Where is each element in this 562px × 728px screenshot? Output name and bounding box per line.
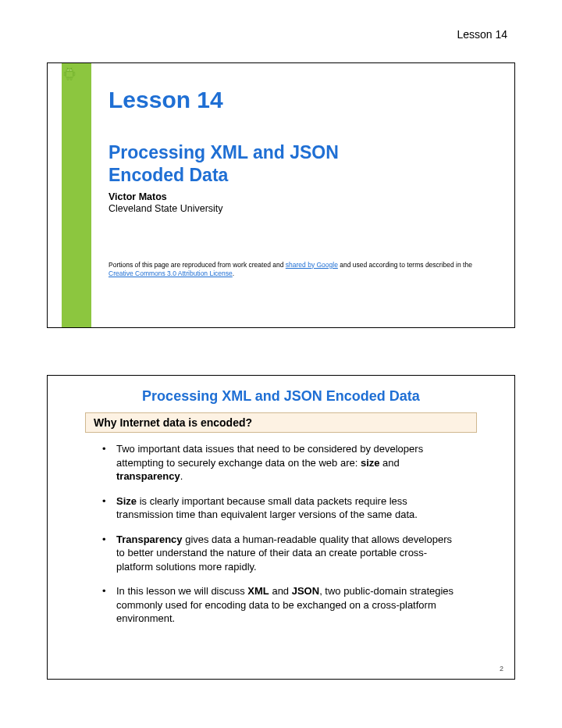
bullet-list: Two important data issues that need to b…	[102, 442, 463, 626]
bullet-text: is clearly important because small data …	[116, 495, 418, 521]
slide-1-content: Lesson 14 Processing XML and JSON Encode…	[108, 87, 491, 278]
svg-rect-0	[66, 72, 73, 78]
page: Lesson 14 Lesson 14 Processing XML and J…	[0, 0, 562, 728]
lesson-subtitle: Processing XML and JSON Encoded Data	[108, 141, 491, 187]
bullet-bold: XML	[247, 585, 269, 597]
svg-rect-1	[64, 72, 66, 76]
svg-point-8	[70, 70, 71, 70]
link-shared-by-google[interactable]: shared by Google	[286, 261, 338, 269]
green-sidebar	[62, 63, 91, 327]
svg-rect-4	[70, 77, 72, 80]
attribution-text: Portions of this page are reproduced fro…	[108, 261, 491, 279]
bullet-bold: Size	[116, 495, 137, 507]
svg-rect-2	[73, 72, 75, 76]
subtitle-line-2: Encoded Data	[108, 165, 228, 185]
bullet-bold: JSON	[292, 585, 319, 597]
slide-2-content: Processing XML and JSON Encoded Data Why…	[48, 376, 514, 679]
author-name: Victor Matos	[108, 191, 491, 202]
bullet-text: In this lesson we will discuss	[116, 585, 247, 597]
bullet-bold: transparency	[116, 470, 180, 482]
slide-1: Lesson 14 Processing XML and JSON Encode…	[47, 62, 515, 328]
bullet-text: .	[180, 470, 183, 482]
bullet-bold: Transparency	[116, 534, 183, 545]
slide-2-title: Processing XML and JSON Encoded Data	[71, 388, 491, 405]
page-header-label: Lesson 14	[457, 28, 507, 41]
bullet-text: and	[380, 457, 400, 469]
attr-suffix: .	[233, 269, 234, 277]
university-name: Cleveland State University	[108, 203, 491, 214]
link-cc-license[interactable]: Creative Commons 3.0 Attribution License	[108, 269, 233, 277]
android-icon	[62, 67, 76, 84]
page-number: 2	[500, 665, 503, 673]
list-item: In this lesson we will discuss XML and J…	[102, 584, 463, 626]
attr-mid: and used according to terms described in…	[338, 261, 472, 269]
lesson-title: Lesson 14	[108, 87, 491, 113]
bullet-text: and	[269, 585, 292, 597]
svg-point-7	[68, 70, 69, 70]
svg-rect-3	[67, 77, 69, 80]
bullet-bold: size	[361, 457, 380, 469]
list-item: Two important data issues that need to b…	[102, 442, 463, 484]
list-item: Size is clearly important because small …	[102, 494, 463, 522]
subtitle-line-1: Processing XML and JSON	[108, 142, 339, 162]
list-item: Transparency gives data a human-readable…	[102, 533, 463, 574]
attr-prefix: Portions of this page are reproduced fro…	[108, 261, 286, 269]
question-box: Why Internet data is encoded?	[85, 412, 477, 433]
slide-2: Processing XML and JSON Encoded Data Why…	[47, 375, 515, 680]
